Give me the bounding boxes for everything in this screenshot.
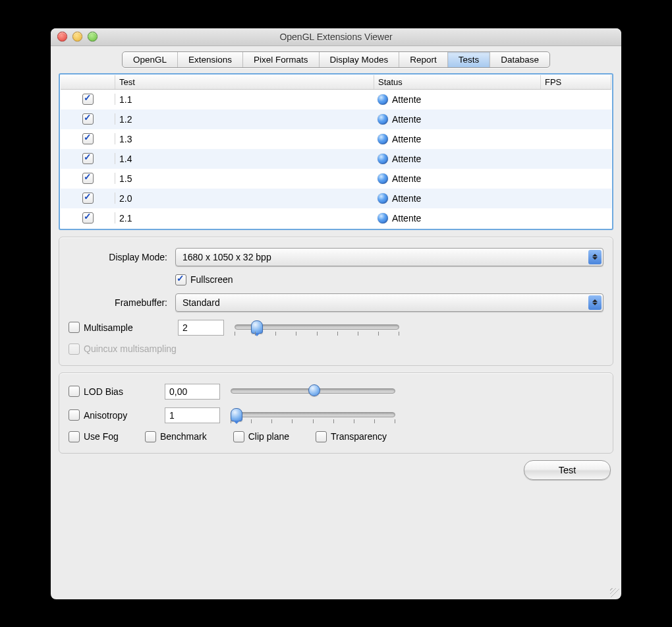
benchmark-checkbox[interactable] xyxy=(145,431,156,442)
tests-table: Test Status FPS 1.1Attente1.2Attente1.3A… xyxy=(59,73,613,230)
status-text: Attente xyxy=(392,94,421,105)
popup-arrows-icon xyxy=(588,250,602,264)
framebuffer-value: Standard xyxy=(182,297,220,308)
row-checkbox[interactable] xyxy=(82,212,94,224)
anisotropy-input[interactable] xyxy=(165,407,220,423)
resize-grip-icon[interactable] xyxy=(610,588,619,597)
transparency-label: Transparency xyxy=(331,431,387,442)
status-text: Attente xyxy=(392,154,421,164)
minimize-icon[interactable] xyxy=(72,32,82,42)
row-checkbox[interactable] xyxy=(82,193,94,204)
test-version-cell: 1.1 xyxy=(115,94,374,105)
usefog-label: Use Fog xyxy=(84,431,119,442)
status-ball-icon xyxy=(378,94,388,105)
fullscreen-checkbox[interactable] xyxy=(175,274,186,285)
quincux-label: Quincux multisampling xyxy=(84,343,177,354)
clipplane-label: Clip plane xyxy=(248,431,289,442)
table-row[interactable]: 1.5Attente xyxy=(61,169,611,189)
column-header-test[interactable]: Test xyxy=(115,75,374,89)
clipplane-checkbox[interactable] xyxy=(233,431,244,442)
column-header-fps[interactable]: FPS xyxy=(541,75,611,89)
anisotropy-checkbox[interactable] xyxy=(69,409,80,421)
row-checkbox[interactable] xyxy=(82,153,94,164)
table-row[interactable]: 1.1Attente xyxy=(61,90,611,109)
lodbias-checkbox[interactable] xyxy=(69,386,80,397)
test-version-cell: 2.1 xyxy=(115,213,374,224)
status-ball-icon xyxy=(378,193,388,204)
window-title: OpenGL Extensions Viewer xyxy=(51,32,621,42)
table-row[interactable]: 1.2Attente xyxy=(61,109,611,129)
row-checkbox[interactable] xyxy=(82,133,94,144)
multisample-checkbox[interactable] xyxy=(69,322,80,333)
status-ball-icon xyxy=(378,173,388,184)
row-checkbox[interactable] xyxy=(82,113,94,125)
multisample-slider[interactable] xyxy=(235,320,399,336)
display-mode-popup[interactable]: 1680 x 1050 x 32 bpp xyxy=(175,248,603,266)
quincux-checkbox xyxy=(69,343,80,355)
tab-pixel-formats[interactable]: Pixel Formats xyxy=(243,52,320,67)
framebuffer-popup[interactable]: Standard xyxy=(175,293,603,312)
status-text: Attente xyxy=(392,114,421,125)
status-ball-icon xyxy=(378,154,388,164)
column-header-status[interactable]: Status xyxy=(374,75,541,89)
table-row[interactable]: 1.4Attente xyxy=(61,149,611,169)
test-version-cell: 1.5 xyxy=(115,173,374,184)
display-mode-value: 1680 x 1050 x 32 bpp xyxy=(182,252,271,262)
anisotropy-label: Anisotropy xyxy=(84,410,127,421)
test-version-cell: 1.4 xyxy=(115,154,374,164)
zoom-icon[interactable] xyxy=(88,32,98,42)
table-row[interactable]: 2.1Attente xyxy=(61,208,611,228)
status-text: Attente xyxy=(392,173,421,184)
tab-opengl[interactable]: OpenGL xyxy=(123,52,178,67)
tab-extensions[interactable]: Extensions xyxy=(178,52,243,67)
display-mode-label: Display Mode: xyxy=(69,252,167,262)
status-ball-icon xyxy=(378,213,388,224)
table-row[interactable]: 2.0Attente xyxy=(61,189,611,208)
status-ball-icon xyxy=(378,114,388,125)
tab-display-modes[interactable]: Display Modes xyxy=(320,52,400,67)
status-text: Attente xyxy=(392,134,421,144)
row-checkbox[interactable] xyxy=(82,173,94,184)
popup-arrows-icon xyxy=(588,295,602,310)
row-checkbox[interactable] xyxy=(82,94,94,105)
multisample-input[interactable] xyxy=(178,320,224,336)
framebuffer-label: Framebuffer: xyxy=(69,297,167,308)
test-version-cell: 2.0 xyxy=(115,193,374,204)
benchmark-label: Benchmark xyxy=(160,431,207,442)
display-settings-group: Display Mode: 1680 x 1050 x 32 bpp Fulls… xyxy=(59,237,613,366)
tab-database[interactable]: Database xyxy=(490,52,549,67)
test-button[interactable]: Test xyxy=(524,460,611,480)
render-settings-group: LOD Bias Anisotropy xyxy=(59,373,613,454)
tab-report[interactable]: Report xyxy=(399,52,448,67)
status-text: Attente xyxy=(392,193,421,204)
table-row[interactable]: 1.3Attente xyxy=(61,129,611,149)
close-icon[interactable] xyxy=(57,32,67,42)
test-version-cell: 1.3 xyxy=(115,134,374,144)
status-ball-icon xyxy=(378,134,388,144)
lodbias-label: LOD Bias xyxy=(84,386,123,397)
fullscreen-label: Fullscreen xyxy=(190,274,233,285)
app-window: OpenGL Extensions Viewer OpenGLExtension… xyxy=(51,28,621,599)
lodbias-slider[interactable] xyxy=(231,384,395,400)
test-version-cell: 1.2 xyxy=(115,114,374,125)
multisample-label: Multisample xyxy=(84,322,133,333)
usefog-checkbox[interactable] xyxy=(69,431,80,442)
tab-bar: OpenGLExtensionsPixel FormatsDisplay Mod… xyxy=(51,46,621,68)
transparency-checkbox[interactable] xyxy=(316,431,327,442)
anisotropy-slider[interactable] xyxy=(231,407,395,423)
tab-tests[interactable]: Tests xyxy=(448,52,491,67)
titlebar: OpenGL Extensions Viewer xyxy=(51,28,621,46)
lodbias-input[interactable] xyxy=(165,384,220,400)
status-text: Attente xyxy=(392,213,421,224)
